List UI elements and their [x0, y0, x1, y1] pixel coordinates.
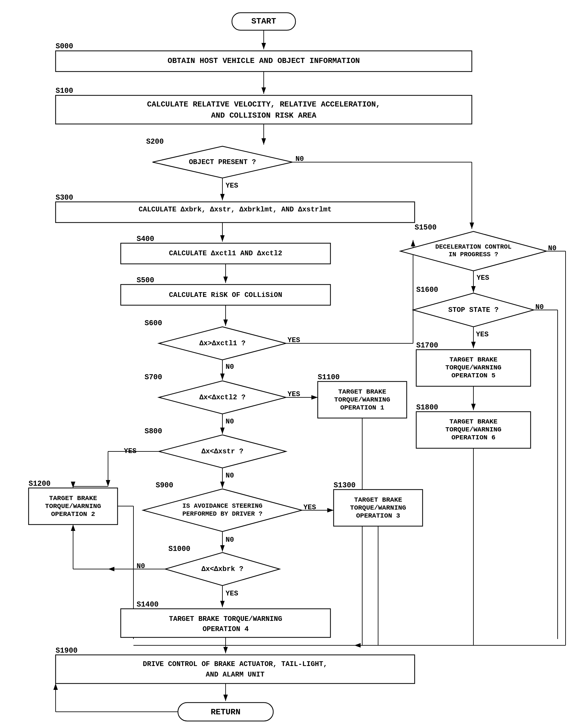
svg-text:TORQUE/WARNING: TORQUE/WARNING	[350, 504, 406, 512]
svg-text:S1800: S1800	[416, 404, 438, 412]
svg-text:S500: S500	[137, 276, 154, 285]
svg-text:TORQUE/WARNING: TORQUE/WARNING	[334, 396, 390, 404]
svg-text:S400: S400	[137, 235, 154, 243]
svg-text:AND ALARM UNIT: AND ALARM UNIT	[206, 671, 265, 679]
svg-text:PERFORMED BY DRIVER ?: PERFORMED BY DRIVER ?	[182, 510, 263, 518]
svg-text:OPERATION 3: OPERATION 3	[356, 512, 400, 519]
svg-text:TARGET BRAKE: TARGET BRAKE	[354, 496, 402, 503]
svg-text:S1700: S1700	[416, 341, 438, 350]
svg-text:Δx<Δxctl2 ?: Δx<Δxctl2 ?	[199, 394, 245, 401]
svg-text:TARGET BRAKE: TARGET BRAKE	[49, 495, 97, 502]
svg-text:TORQUE/WARNING: TORQUE/WARNING	[45, 502, 101, 510]
svg-text:S200: S200	[146, 138, 164, 146]
svg-text:YES: YES	[226, 590, 238, 598]
svg-text:CALCULATE Δxctl1 AND Δxctl2: CALCULATE Δxctl1 AND Δxctl2	[169, 250, 282, 258]
svg-text:Δx>Δxctl1 ?: Δx>Δxctl1 ?	[199, 340, 245, 347]
svg-text:OPERATION 5: OPERATION 5	[451, 372, 496, 379]
svg-text:CALCULATE RiSK OF COLLiSiON: CALCULATE RiSK OF COLLiSiON	[169, 291, 282, 299]
svg-text:S300: S300	[56, 193, 73, 202]
svg-text:N0: N0	[226, 363, 234, 371]
svg-text:S1300: S1300	[334, 481, 356, 490]
svg-text:CALCULATE Δxbrk,  Δxstr,  Δxbr: CALCULATE Δxbrk, Δxstr, Δxbrklmt, AND Δx…	[139, 206, 331, 214]
svg-text:OPERATION 1: OPERATION 1	[340, 404, 384, 411]
svg-text:S100: S100	[56, 87, 73, 95]
svg-text:STOP STATE ?: STOP STATE ?	[448, 306, 498, 314]
svg-text:Δx<Δxbrk ?: Δx<Δxbrk ?	[201, 565, 243, 573]
svg-text:RETURN: RETURN	[211, 707, 241, 717]
svg-text:CALCULATE RELATIVE VELOCITY, R: CALCULATE RELATIVE VELOCITY, RELATIVE AC…	[147, 100, 381, 109]
svg-text:S1500: S1500	[415, 224, 437, 232]
svg-text:YES: YES	[226, 182, 238, 190]
svg-text:N0: N0	[226, 536, 234, 544]
svg-text:YES: YES	[476, 274, 489, 282]
svg-text:AND COLLISION RISK AREA: AND COLLISION RISK AREA	[211, 111, 317, 120]
svg-text:S600: S600	[144, 319, 162, 328]
svg-text:START: START	[251, 17, 276, 26]
svg-text:S900: S900	[156, 481, 173, 490]
svg-text:S1000: S1000	[168, 545, 190, 553]
svg-text:OPERATION 2: OPERATION 2	[51, 511, 95, 518]
svg-text:Δx<Δxstr ?: Δx<Δxstr ?	[201, 448, 243, 456]
svg-text:OPERATION 6: OPERATION 6	[451, 434, 496, 441]
svg-text:IN PROGRESS ?: IN PROGRESS ?	[449, 251, 498, 258]
svg-text:S700: S700	[144, 373, 162, 382]
svg-text:OBJECT PRESENT ?: OBJECT PRESENT ?	[189, 158, 256, 166]
svg-text:DRIVE CONTROL OF BRAKE ACTUATO: DRIVE CONTROL OF BRAKE ACTUATOR, TAIL-LI…	[143, 660, 328, 668]
svg-text:N0: N0	[226, 418, 234, 426]
svg-text:S1600: S1600	[416, 286, 438, 294]
svg-text:OBTAIN HOST VEHICLE AND OBJECT: OBTAIN HOST VEHICLE AND OBJECT INFORMATI…	[168, 57, 360, 65]
svg-text:S1400: S1400	[137, 600, 159, 609]
svg-rect-135	[56, 655, 415, 683]
svg-text:S800: S800	[144, 427, 162, 436]
svg-text:TORQUE/WARNING: TORQUE/WARNING	[445, 426, 501, 433]
svg-text:DECELERATION CONTROL: DECELERATION CONTROL	[435, 243, 512, 251]
svg-text:OPERATION 4: OPERATION 4	[202, 625, 248, 633]
svg-text:IS AVOIDANCE STEERING: IS AVOIDANCE STEERING	[182, 502, 263, 510]
svg-text:TARGET BRAKE: TARGET BRAKE	[449, 356, 497, 363]
svg-text:TORQUE/WARNING: TORQUE/WARNING	[445, 364, 501, 371]
flowchart-diagram: START S000 OBTAIN HOST VEHICLE AND OBJEC…	[0, 0, 577, 728]
svg-text:TARGET BRAKE: TARGET BRAKE	[449, 418, 497, 425]
svg-text:S000: S000	[56, 42, 73, 51]
svg-text:TARGET BRAKE: TARGET BRAKE	[338, 388, 386, 395]
svg-text:S1200: S1200	[29, 480, 51, 488]
svg-text:TARGET BRAKE TORQUE/WARNING: TARGET BRAKE TORQUE/WARNING	[169, 615, 282, 623]
svg-text:N0: N0	[226, 472, 234, 480]
svg-text:S1900: S1900	[56, 647, 78, 655]
svg-text:S1100: S1100	[318, 373, 340, 382]
svg-text:YES: YES	[476, 331, 489, 339]
